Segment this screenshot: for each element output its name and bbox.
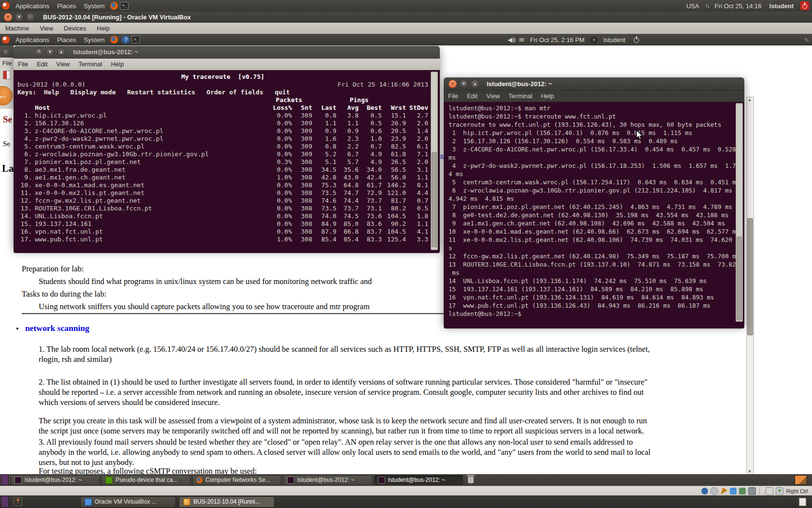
- ubuntu-logo-icon[interactable]: [2, 2, 10, 10]
- mouse-integration-icon[interactable]: [766, 487, 773, 495]
- terminal-menu-item[interactable]: Terminal: [78, 60, 102, 68]
- traceroute-terminal-window[interactable]: × ▾ ▴ lstudent@bus-2012: ~ FileEditViewT…: [444, 77, 744, 326]
- guest-terminal-launcher-icon[interactable]: >_: [131, 36, 140, 44]
- host-menu-system[interactable]: System: [84, 2, 104, 10]
- browser-file-menu[interactable]: File: [2, 60, 12, 67]
- guest-menu-system[interactable]: System: [84, 36, 104, 44]
- traceroute-scroll-thumb[interactable]: [737, 237, 742, 320]
- host-power-icon[interactable]: [800, 1, 809, 10]
- terminal-menu-item[interactable]: File: [448, 92, 458, 100]
- mtr-close-icon[interactable]: ×: [35, 48, 43, 56]
- mtr-hop-row: 1. hip.ict.pwr.wroc.pl 0.0% 309 0.8 3.8 …: [17, 112, 428, 120]
- tasks-body: Using network sniffers you should captur…: [39, 302, 370, 312]
- traceroute-close-icon[interactable]: ×: [449, 80, 457, 88]
- terminal-line: lstudent@bus-2012:~$ man mtr: [449, 104, 735, 112]
- mtr-scrollbar[interactable]: [431, 72, 438, 250]
- help-window-icon[interactable]: ?: [14, 497, 22, 506]
- vbox-menubar: MachineViewDevicesHelp: [0, 23, 812, 34]
- window-list-applet-icon[interactable]: [1, 475, 9, 485]
- host-taskbar-virtualbox-manager[interactable]: Oracle VM VirtualBox ...: [80, 496, 176, 508]
- keyboard-indicator-icon[interactable]: ↑↓: [705, 2, 709, 9]
- host-keyboard-layout[interactable]: USA: [686, 2, 699, 10]
- host-user-menu[interactable]: lstudent: [769, 2, 794, 10]
- vbox-menu-item[interactable]: Devices: [64, 25, 86, 32]
- guest-clock[interactable]: Fri Oct 25, 2:16 PM: [530, 36, 585, 44]
- browser-close-icon[interactable]: ×: [2, 48, 10, 56]
- vbox-titlebar[interactable]: × ▾ ▫ BUS-2012-10.04 [Running] - Oracle …: [0, 12, 812, 23]
- terminal-line: 10 xe-0-0-0.mx1.mad.es.geant.net (62.40.…: [449, 227, 735, 236]
- host-window-list-icon[interactable]: [1, 496, 9, 508]
- host-menu-places[interactable]: Places: [57, 2, 76, 10]
- terminal-line: lstudent@bus-2012:~$ traceroute www.fct.…: [449, 112, 735, 120]
- mtr-minimize-icon[interactable]: ▾: [46, 48, 54, 56]
- vbox-menu-item[interactable]: Machine: [5, 25, 29, 32]
- volume-icon[interactable]: ◀))): [508, 37, 515, 43]
- terminal-menu-item[interactable]: Terminal: [508, 92, 532, 100]
- terminal-menu-item[interactable]: Help: [541, 92, 554, 100]
- traceroute-scrollbar[interactable]: [736, 103, 743, 322]
- scroll-down-icon[interactable]: ▼: [747, 469, 753, 474]
- taskbar-button-terminal-1[interactable]: lstudent@bus-2012: ~: [11, 475, 100, 485]
- scroll-up-icon[interactable]: ▲: [747, 97, 753, 103]
- vbox-maximize-icon[interactable]: ▫: [26, 13, 34, 21]
- terminal-menu-item[interactable]: View: [486, 92, 500, 100]
- host-menu-applications[interactable]: Applications: [15, 2, 49, 10]
- taskbar-button-firefox[interactable]: Computer Networks Se...: [192, 475, 281, 485]
- guest-menu-applications[interactable]: Applications: [15, 36, 49, 44]
- session-indicator-icon[interactable]: ×: [590, 36, 597, 44]
- page-scrollbar[interactable]: ▲ ▼: [746, 97, 754, 474]
- mtr-terminal-window[interactable]: × ▾ ▴ lstudent@bus-2012: ~ FileEditViewT…: [14, 46, 440, 249]
- traceroute-maximize-icon[interactable]: ▴: [471, 80, 479, 88]
- guest-menu-places[interactable]: Places: [57, 36, 76, 44]
- guest-taskbar: lstudent@bus-2012: ~ Pseudo-device that …: [0, 474, 812, 486]
- host-taskbar-vm-window[interactable]: BUS-2012-10.04 [Runni...: [179, 496, 275, 508]
- terminal-menu-item[interactable]: File: [18, 60, 28, 68]
- guest-keyboard-indicator-icon[interactable]: ↑↓: [804, 36, 808, 43]
- guest-ubuntu-logo-icon[interactable]: [2, 36, 10, 44]
- taskbar-button-terminal-3[interactable]: lstudent@bus-2012: ~: [374, 475, 463, 485]
- terminal-launcher-icon[interactable]: >_: [120, 2, 129, 10]
- terminal-icon: [14, 477, 22, 484]
- pencil-status-icon[interactable]: [721, 488, 727, 494]
- mtr-titlebar[interactable]: × ▾ ▴ lstudent@bus-2012: ~: [14, 46, 440, 59]
- vbox-minimize-icon[interactable]: ▾: [15, 13, 23, 21]
- hop-host: z-C4CORE-do-A1CORE.net.pwr.wroc.pl: [35, 127, 266, 135]
- mtr-hop-row: 13. ROUTER3.10GE.CR1.Lisboa.fccn.pt 0.0%…: [17, 205, 428, 212]
- taskbar-button-pseudo-device[interactable]: Pseudo-device that ca...: [102, 475, 190, 485]
- guest-power-icon[interactable]: [632, 36, 640, 44]
- bookmark-icon[interactable]: [3, 71, 11, 79]
- hop-host: 156.17.30.126: [35, 120, 266, 127]
- terminal-menu-item[interactable]: Edit: [37, 60, 47, 68]
- cd-status-icon[interactable]: [710, 487, 718, 495]
- back-arrow-icon[interactable]: ←: [0, 86, 13, 105]
- terminal-menu-item[interactable]: Help: [111, 60, 124, 68]
- usb-status-icon[interactable]: [739, 488, 746, 494]
- terminal-line: 7 pionier.mx1.poz.pl.geant.net (62.40.12…: [449, 203, 735, 211]
- network-status-icon[interactable]: [701, 488, 708, 494]
- list-bullet: •: [16, 324, 19, 334]
- guest-user-menu[interactable]: lstudent: [603, 36, 625, 44]
- guest-help-launcher-icon[interactable]: ?: [122, 36, 130, 44]
- traceroute-titlebar[interactable]: × ▾ ▴ lstudent@bus-2012: ~: [444, 77, 744, 90]
- mail-indicator-icon[interactable]: ✉: [519, 36, 524, 44]
- display-status-icon[interactable]: [748, 487, 756, 495]
- vbox-menu-item[interactable]: Help: [97, 25, 110, 32]
- hostkey-state-icon[interactable]: ▼: [776, 487, 783, 495]
- guest-firefox-launcher-icon[interactable]: [110, 36, 118, 44]
- page-scroll-thumb[interactable]: [747, 218, 753, 335]
- host-trash-icon[interactable]: [799, 498, 806, 506]
- workspace-switcher-icon[interactable]: [795, 475, 807, 485]
- mtr-scroll-thumb[interactable]: [432, 152, 437, 247]
- trash-icon[interactable]: [468, 477, 474, 483]
- terminal-menu-item[interactable]: View: [56, 60, 70, 68]
- firefox-launcher-icon[interactable]: [110, 2, 118, 10]
- vbox-menu-item[interactable]: View: [40, 25, 53, 32]
- network-scanning-link[interactable]: network scanning: [25, 323, 89, 333]
- vbox-close-icon[interactable]: ×: [4, 13, 12, 21]
- hdd-status-icon[interactable]: [730, 488, 737, 494]
- traceroute-minimize-icon[interactable]: ▾: [460, 80, 468, 88]
- mtr-maximize-icon[interactable]: ▴: [57, 48, 65, 56]
- host-clock[interactable]: Fri Oct 25, 14:16: [715, 2, 762, 10]
- terminal-menu-item[interactable]: Edit: [467, 92, 478, 100]
- taskbar-button-terminal-2[interactable]: lstudent@bus-2012: ~: [283, 475, 372, 485]
